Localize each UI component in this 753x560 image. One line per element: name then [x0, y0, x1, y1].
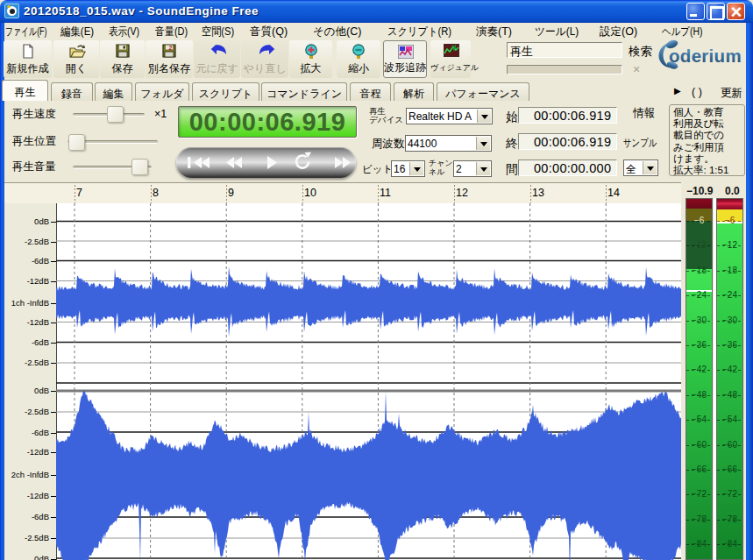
svg-text:2: 2 [169, 45, 173, 51]
svg-text:oderium: oderium [669, 46, 742, 66]
